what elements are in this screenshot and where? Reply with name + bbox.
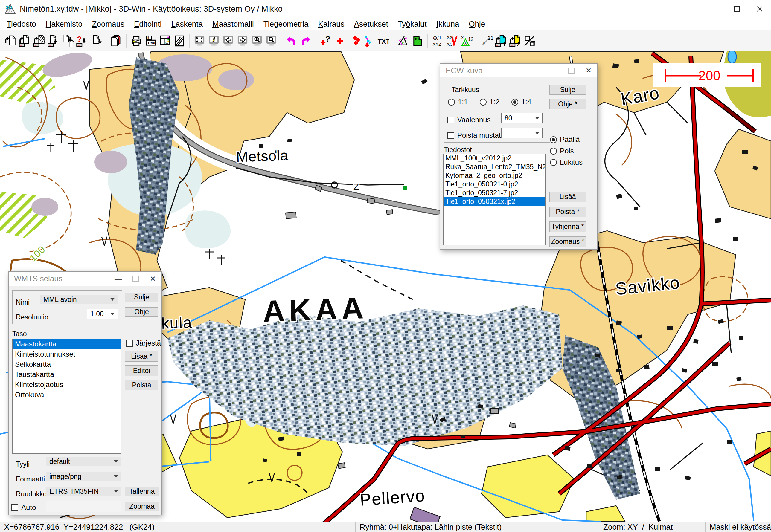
wmts-layer-item[interactable]: Kiinteistotunnukset bbox=[13, 349, 121, 359]
wmts-remove-button[interactable]: Poista bbox=[125, 380, 158, 390]
window-minimize-button[interactable] bbox=[703, 0, 726, 18]
menu-item-ikkuna[interactable]: Ikkuna bbox=[432, 18, 464, 30]
wmts-sort-checkbox[interactable]: Järjestä bbox=[126, 339, 161, 347]
menu-item-hakemisto[interactable]: Hakemisto bbox=[41, 18, 87, 30]
print-window-icon[interactable]: IW bbox=[158, 33, 172, 49]
wmts-format-select[interactable]: image/png bbox=[46, 472, 121, 481]
ecw-file-item[interactable]: MML_100t_v2012.jp2 bbox=[444, 154, 545, 163]
wmts-auto-checkbox[interactable]: Auto bbox=[11, 503, 36, 512]
zoom-out-icon[interactable] bbox=[264, 33, 278, 49]
redo-icon[interactable] bbox=[298, 33, 313, 49]
print-scale-icon[interactable]: x̄1:50 bbox=[143, 33, 158, 49]
menu-item-tiedosto[interactable]: Tiedosto bbox=[2, 18, 41, 30]
undo-icon[interactable] bbox=[284, 33, 298, 49]
zoom-in-icon[interactable] bbox=[250, 33, 264, 49]
ecw-file-item[interactable]: Ruka_Saarua_Lento2_TM35_N2000_Oi bbox=[444, 163, 545, 171]
menu-item-ohje[interactable]: Ohje bbox=[464, 18, 490, 30]
ecw-file-item[interactable]: Tie1_orto_050321-7.jp2 bbox=[444, 189, 545, 197]
menu-item-laskenta[interactable]: Laskenta bbox=[166, 18, 207, 30]
ecw-file-item[interactable]: Tie1_orto_050321-0.jp2 bbox=[444, 180, 545, 189]
view-next-icon[interactable] bbox=[235, 33, 250, 49]
ecw-remove-black-checkbox[interactable]: Poista mustat bbox=[448, 131, 501, 140]
file-open-icon[interactable] bbox=[3, 33, 17, 49]
menu-item-tiegeometria[interactable]: Tiegeometria bbox=[259, 18, 313, 30]
wmts-maximize-button[interactable] bbox=[127, 272, 144, 286]
ecw-file-item[interactable]: Tie1_orto_050321x.jp2 bbox=[444, 197, 545, 206]
wmts-save-button[interactable]: Tallenna bbox=[125, 487, 159, 496]
wmts-minimize-button[interactable]: — bbox=[109, 272, 127, 286]
file-open-scan-icon[interactable] bbox=[32, 33, 46, 49]
window-maximize-button[interactable] bbox=[726, 0, 748, 18]
file-export-icon[interactable] bbox=[89, 33, 103, 49]
menu-item-työkalut[interactable]: Työkalut bbox=[393, 18, 432, 30]
ecw-accuracy-option-2[interactable]: 1:2 bbox=[480, 98, 500, 106]
ecw-close-action-button[interactable]: Sulje bbox=[549, 85, 586, 95]
ecw-state-pois-radio[interactable]: Pois bbox=[550, 147, 574, 155]
zoom-extents-icon[interactable] bbox=[192, 33, 207, 49]
measure-angle-icon[interactable]: ABα bbox=[396, 33, 410, 49]
hide-objects-icon[interactable] bbox=[522, 33, 537, 49]
ecw-files-list[interactable]: MML_100t_v2012.jp2Ruka_Saarua_Lento2_TM3… bbox=[443, 154, 546, 245]
wmts-layer-item[interactable]: Selkokartta bbox=[13, 359, 121, 369]
window-close-button[interactable] bbox=[748, 0, 771, 18]
view-previous-icon[interactable] bbox=[221, 33, 235, 49]
wmts-style-select[interactable]: default bbox=[46, 457, 121, 466]
ecw-titlebar[interactable]: ECW-kuva — ✕ bbox=[440, 64, 597, 77]
menu-item-asetukset[interactable]: Asetukset bbox=[349, 18, 393, 30]
measure-area-icon[interactable]: m² bbox=[410, 33, 425, 49]
wmts-layer-item[interactable]: Kiinteistojaotus bbox=[13, 380, 121, 390]
point-query-icon[interactable]: ? bbox=[318, 33, 333, 49]
ecw-clear-button[interactable]: Tyhjennä * bbox=[549, 221, 586, 232]
file-save-copy-icon[interactable] bbox=[60, 33, 75, 49]
add-point-icon[interactable] bbox=[333, 33, 347, 49]
wmts-grid-select[interactable]: ETRS-TM35FIN bbox=[46, 487, 121, 496]
wmts-layers-list[interactable]: MaastokarttaKiinteistotunnuksetSelkokart… bbox=[12, 339, 121, 454]
wmts-close-action-button[interactable]: Sulje bbox=[125, 293, 158, 302]
wmts-zoom-button[interactable]: Zoomaa bbox=[125, 502, 159, 511]
wmts-add-button[interactable]: Lisää * bbox=[125, 351, 158, 362]
wmts-titlebar[interactable]: WMTS selaus — ✕ bbox=[9, 272, 161, 286]
ecw-close-button[interactable]: ✕ bbox=[580, 64, 597, 77]
file-save-query-icon[interactable]: ? bbox=[75, 33, 89, 49]
ecw-remove-button[interactable]: Poista * bbox=[549, 207, 586, 217]
text-txt-icon[interactable]: TXT bbox=[376, 33, 390, 49]
code-21-icon[interactable]: 21x bbox=[479, 33, 494, 49]
ecw-accuracy-option-1[interactable]: 1:1 bbox=[448, 98, 468, 106]
file-open-settings-icon[interactable] bbox=[17, 33, 32, 49]
wmts-layer-item[interactable]: Taustakartta bbox=[13, 369, 121, 380]
ecw-state-paalla-radio[interactable]: Päällä bbox=[550, 135, 580, 144]
menu-item-maastomalli[interactable]: Maastomalli bbox=[207, 18, 259, 30]
pan-view-icon[interactable] bbox=[207, 33, 221, 49]
wmts-name-select[interactable]: MML avoin bbox=[40, 295, 118, 304]
ecw-lighten-select[interactable]: 80 bbox=[501, 113, 543, 123]
wmts-layer-item[interactable]: Ortokuva bbox=[13, 390, 121, 400]
wmts-auto-field[interactable] bbox=[46, 501, 121, 512]
draw-polyline-icon[interactable] bbox=[361, 33, 376, 49]
file-save-icon[interactable] bbox=[46, 33, 60, 49]
menu-item-editointi[interactable]: Editointi bbox=[129, 18, 167, 30]
ecw-zoom-button[interactable]: Zoomaus * bbox=[549, 236, 586, 247]
ecw-accuracy-option-3[interactable]: 1:4 bbox=[512, 98, 531, 106]
ecw-minimize-button[interactable]: — bbox=[545, 64, 563, 77]
wmts-edit-button[interactable]: Editoi bbox=[125, 365, 158, 376]
add-points-icon[interactable] bbox=[347, 33, 361, 49]
ecw-state-lukitus-radio[interactable]: Lukitus bbox=[550, 158, 583, 166]
ecw-help-button[interactable]: Ohje * bbox=[549, 99, 586, 109]
ecw-remove-black-select[interactable] bbox=[501, 128, 543, 138]
ecw-file-item[interactable]: Kytomaa_2_geo_orto.jp2 bbox=[444, 171, 545, 180]
ecw-add-button[interactable]: Lisää bbox=[549, 192, 586, 202]
copy-pages-icon[interactable] bbox=[109, 33, 123, 49]
print-raster-icon[interactable] bbox=[172, 33, 187, 49]
wmts-help-button[interactable]: Ohje bbox=[125, 307, 158, 317]
model-stats-icon[interactable]: x̄X12 bbox=[459, 33, 474, 49]
file-1-icon[interactable]: 1 bbox=[494, 33, 508, 49]
coords-xyz-icon[interactable]: ⊖/+XYZ bbox=[431, 33, 445, 49]
ecw-maximize-button[interactable] bbox=[563, 64, 580, 77]
coords-check-icon[interactable]: XX.X:. bbox=[445, 33, 459, 49]
wmts-resolution-select[interactable]: 1.00 bbox=[87, 309, 118, 319]
wmts-close-button[interactable]: ✕ bbox=[144, 272, 161, 286]
menu-item-zoomaus[interactable]: Zoomaus bbox=[87, 18, 129, 30]
file-2-icon[interactable]: 2 bbox=[508, 33, 522, 49]
menu-item-kairaus[interactable]: Kairaus bbox=[313, 18, 349, 30]
ecw-lighten-checkbox[interactable]: Vaalennus bbox=[448, 116, 491, 124]
